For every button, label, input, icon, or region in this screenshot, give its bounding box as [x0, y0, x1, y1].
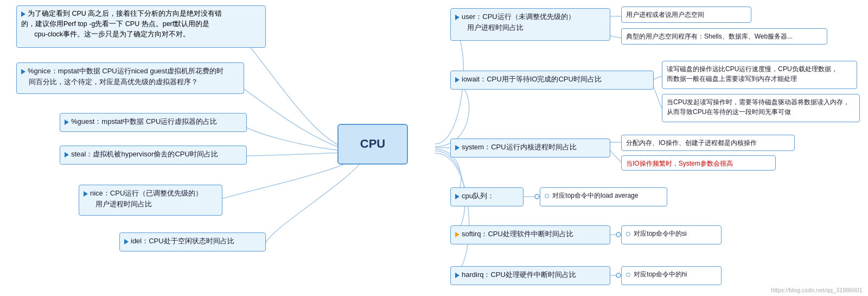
cpuqueue-node: cpu队列： — [450, 187, 524, 206]
iowait-node: iowait：CPU用于等待IO完成的CPU时间占比 — [450, 71, 654, 90]
svg-point-7 — [535, 194, 539, 199]
user-node: user：CPU运行（未调整优先级的） 用户进程时间占比 — [450, 8, 610, 41]
triangle-icon — [455, 145, 459, 150]
triangle-icon — [124, 239, 129, 244]
system-sub2-node: 当IO操作频繁时，System参数会很高 — [621, 155, 776, 171]
small-circle-icon — [545, 194, 549, 198]
mind-map: CPU 为了确定看到 CPU 高之后，接着往下分析的方向是绝对没有错 的，建议你… — [0, 0, 868, 296]
iowait-sub1-node: 读写磁盘的操作远比CPU运行速度慢，CPU负载处理数据，而数据一般在磁盘上需要读… — [662, 61, 857, 89]
top-left-text: 为了确定看到 CPU 高之后，接着往下分析的方向是绝对没有错 的，建议你用Per… — [21, 10, 222, 38]
cpuqueue-sub1-node: 对应top命令中的load average — [540, 187, 667, 206]
guest-text: %guest：mpstat中数据 CPU运行虚拟器的占比 — [65, 117, 217, 125]
center-label: CPU — [360, 137, 385, 150]
user-sub1-text: 用户进程或者说用户态空间 — [626, 11, 704, 18]
nice-node: nice：CPU运行（已调整优先级的） 用户进程时间占比 — [79, 185, 222, 216]
user-sub2-node: 典型的用户态空间程序有：Shells、数据库、Web服务器... — [621, 28, 827, 45]
gnice-text: %gnice：mpstat中数据 CPU运行niced guest虚拟机所花费的… — [21, 67, 224, 86]
hardirq-text: hardirq：CPU处理硬件中断时间占比 — [455, 270, 576, 279]
top-left-box: 为了确定看到 CPU 高之后，接着往下分析的方向是绝对没有错 的，建议你用Per… — [16, 5, 266, 48]
triangle-icon — [21, 69, 25, 74]
watermark: https://blog.csdn.net/qq_31986601 — [771, 287, 863, 293]
softirq-sub1-node: 对应top命令中的si — [621, 225, 722, 244]
iowait-text: iowait：CPU用于等待IO完成的CPU时间占比 — [455, 75, 602, 83]
triangle-icon — [455, 273, 459, 278]
system-sub1-node: 分配内存、IO操作、创建子进程都是内核操作 — [621, 135, 795, 151]
triangle-icon — [21, 11, 25, 17]
steal-node: steal：虚拟机被hypervisor偷去的CPU时间占比 — [60, 146, 247, 165]
system-node: system：CPU运行内核进程时间占比 — [450, 138, 610, 158]
user-text: user：CPU运行（未调整优先级的） 用户进程时间占比 — [455, 12, 575, 32]
triangle-icon — [65, 119, 69, 125]
guest-node: %guest：mpstat中数据 CPU运行虚拟器的占比 — [60, 113, 247, 132]
triangle-icon — [65, 152, 69, 158]
cpuqueue-sub1-text: 对应top命令中的load average — [552, 192, 638, 199]
user-sub2-text: 典型的用户态空间程序有：Shells、数据库、Web服务器... — [626, 33, 793, 40]
hardirq-node: hardirq：CPU处理硬件中断时间占比 — [450, 266, 610, 285]
system-sub1-text: 分配内存、IO操作、创建子进程都是内核操作 — [626, 139, 757, 147]
user-sub1-node: 用户进程或者说用户态空间 — [621, 7, 751, 23]
center-node: CPU — [337, 124, 408, 165]
softirq-node: softirq：CPU处理软件中断时间占比 — [450, 225, 610, 244]
hardirq-sub1-text: 对应top命令中的hi — [634, 270, 687, 278]
triangle-icon — [455, 15, 459, 20]
system-sub2-text: 当IO操作频繁时，System参数会很高 — [626, 160, 733, 167]
small-circle-icon — [626, 232, 630, 236]
steal-text: steal：虚拟机被hypervisor偷去的CPU时间占比 — [65, 150, 218, 158]
iowait-sub2-node: 当CPU发起读写操作时，需要等待磁盘驱动器将数据读入内存，从而导致CPU在等待的… — [662, 94, 860, 122]
svg-point-9 — [616, 232, 621, 237]
triangle-icon — [455, 77, 459, 83]
nice-text: nice：CPU运行（已调整优先级的） 用户进程时间占比 — [84, 189, 202, 208]
triangle-icon — [84, 191, 88, 197]
svg-point-11 — [616, 273, 621, 278]
idel-text: idel：CPU处于空闲状态时间占比 — [124, 237, 234, 245]
small-circle-icon — [626, 273, 630, 277]
cpuqueue-text: cpu队列： — [455, 192, 494, 200]
iowait-sub1-text: 读写磁盘的操作远比CPU运行速度慢，CPU负载处理数据，而数据一般在磁盘上需要读… — [667, 65, 838, 83]
hardirq-sub1-node: 对应top命令中的hi — [621, 266, 722, 285]
softirq-sub1-text: 对应top命令中的si — [634, 230, 686, 237]
idel-node: idel：CPU处于空闲状态时间占比 — [119, 232, 266, 251]
triangle-icon — [455, 194, 459, 199]
triangle-orange-icon — [455, 232, 459, 237]
system-text: system：CPU运行内核进程时间占比 — [455, 143, 577, 151]
softirq-text: softirq：CPU处理软件中断时间占比 — [455, 230, 573, 238]
gnice-node: %gnice：mpstat中数据 CPU运行niced guest虚拟机所花费的… — [16, 62, 244, 94]
iowait-sub2-text: 当CPU发起读写操作时，需要等待磁盘驱动器将数据读入内存，从而导致CPU在等待的… — [667, 98, 850, 116]
